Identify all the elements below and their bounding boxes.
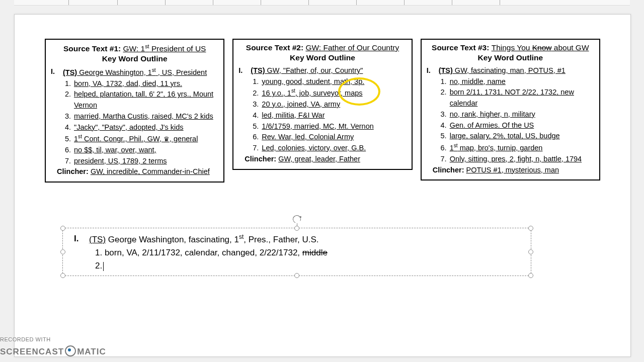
card2-link: GW: Father of Our Country [305,43,399,52]
card1-outline: I. (TS) George Washington, 1st , US, Pre… [51,66,218,177]
list-item: Rev. War, led, Colonial Army [261,132,406,143]
card2-items: young, good, student, math, 3p. 16 y.o.,… [252,76,406,154]
card1-kwo: Key Word Outline [51,54,218,63]
resize-handle[interactable] [294,226,299,231]
card3-items: no, middle, name born 2/11, 1731, NOT 2/… [440,76,594,165]
resize-handle[interactable] [294,273,299,278]
list-item: Led, colonies, victory, over, G.B. [261,143,406,154]
list-item: no, middle, name [449,76,594,87]
card3-outline: I. (TS) GW, fascinating, man, POTUS, #1 … [427,65,594,175]
text-cursor [103,262,104,271]
card1-clincher: Clincher: GW, incredible, Commander-in-C… [57,166,218,177]
resize-handle[interactable] [528,226,533,231]
card3-label: Source Text #3: [432,43,489,52]
textbox-content[interactable]: I. (TS) George Washington, fascinating, … [63,228,531,275]
list-item: helped, plantation, tall, 6' 2", 16 yrs.… [73,89,218,111]
card2-topic: I. (TS) GW, "Father, of, our, Country" [238,65,406,76]
card2-label: Source Text #2: [246,43,303,52]
crown-icon: ♛ [164,135,170,143]
list-item: no $$, til, war, over, want, [73,145,218,156]
ruler [14,0,630,6]
list-item: married, Martha Custis, raised, MC's 2 k… [73,111,218,122]
resize-handle[interactable] [60,249,65,254]
card3-topic: I. (TS) GW, fascinating, man, POTUS, #1 [427,65,594,76]
page: Source Text #1: GW: 1st President of US … [14,14,631,357]
tb-topic: I. (TS) George Washington, fascinating, … [74,232,524,246]
list-item: no, rank, higher, n, military [449,109,594,120]
record-icon [65,345,76,356]
list-item: young, good, student, math, 3p. [261,76,406,87]
card1-topic: I. (TS) George Washington, 1st , US, Pre… [51,66,218,78]
card3-title: Source Text #3: Things You Know about GW [427,43,594,53]
active-textbox[interactable]: I. (TS) George Washington, fascinating, … [62,228,531,276]
card3-kwo: Key Word Outline [427,53,594,62]
list-item: led, militia, F&I War [261,110,406,121]
card1-title: Source Text #1: GW: 1st President of US [51,43,218,54]
card3-link: Things You Know about GW [492,43,589,52]
rotate-handle-icon[interactable] [293,215,301,223]
resize-handle[interactable] [528,273,533,278]
card2-outline: I. (TS) GW, "Father, of, our, Country" y… [238,65,406,165]
resize-handle[interactable] [528,249,533,254]
card3-clincher: Clincher: POTUS #1, mysterious, man [433,165,594,176]
tb-line-2: 2. [95,259,524,273]
source-card-2: Source Text #2: GW: Father of Our Countr… [232,39,412,170]
card2-clincher: Clincher: GW, great, leader, Father [245,154,406,165]
list-item: Only, sitting, pres, 2, fight, n, battle… [449,154,594,165]
list-item: 1st Cont. Congr., Phil., GW, ♛, general [73,133,218,145]
source-card-1: Source Text #1: GW: 1st President of US … [45,39,224,183]
card2-title: Source Text #2: GW: Father of Our Countr… [238,43,406,53]
list-item: 16 y.o., 1st, job, surveyor, maps [261,87,406,99]
list-item: Gen. of Armies. Of the US [449,120,594,131]
watermark: RECORDED WITH SCREENCASTMATIC [0,336,106,357]
resize-handle[interactable] [60,273,65,278]
list-item: president, US, 1789, 2 terms [73,156,218,167]
list-item: 1/6/1759, married, MC, Mt. Vernon [261,121,406,132]
list-item: born, VA, 1732, dad, died, 11 yrs. [73,78,218,89]
list-item: large, salary, 2%, total, US, budge [449,131,594,142]
tb-line-1: 1. born, VA, 2/11/1732, calendar, change… [95,246,524,259]
list-item: born 2/11, 1731, NOT 2/22, 1732, new cal… [449,87,594,109]
card1-label: Source Text #1: [63,44,121,53]
card2-kwo: Key Word Outline [238,53,406,62]
watermark-brand: SCREENCASTMATIC [0,343,106,357]
list-item: "Jacky", "Patsy", adopted, J's kids [73,122,218,133]
resize-handle[interactable] [60,226,65,231]
list-item: 1st map, bro's, turnip, garden [449,142,594,154]
card1-link: GW: 1st President of US [123,44,206,53]
list-item: 20 y.o., joined, VA, army [261,99,406,110]
watermark-top: RECORDED WITH [0,336,106,343]
cards-row: Source Text #1: GW: 1st President of US … [45,39,600,183]
source-card-3: Source Text #3: Things You Know about GW… [421,39,600,180]
card1-items: born, VA, 1732, dad, died, 11 yrs. helpe… [64,78,218,167]
